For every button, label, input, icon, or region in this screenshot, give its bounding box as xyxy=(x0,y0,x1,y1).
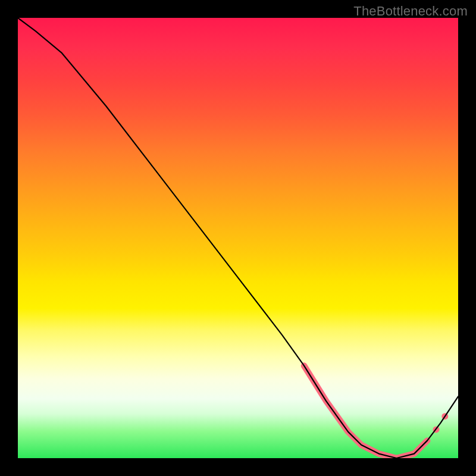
chart-svg xyxy=(18,18,458,458)
watermark-text: TheBottleneck.com xyxy=(353,4,468,19)
plot-area xyxy=(18,18,458,458)
chart-frame: TheBottleneck.com xyxy=(0,0,476,476)
bottleneck-curve xyxy=(18,18,458,458)
highlight-segment xyxy=(304,366,427,458)
